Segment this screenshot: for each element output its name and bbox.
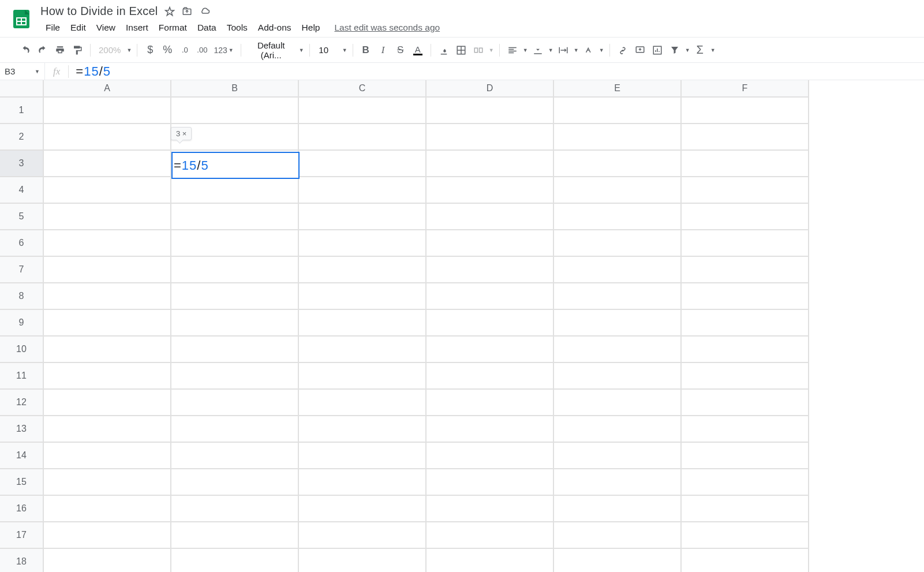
currency-button[interactable]: $	[142, 42, 158, 58]
cell[interactable]	[299, 549, 427, 572]
cell[interactable]	[299, 496, 427, 522]
menu-file[interactable]: File	[40, 20, 65, 35]
cell[interactable]	[682, 151, 809, 177]
row-header[interactable]: 7	[0, 257, 44, 283]
cell[interactable]	[682, 469, 809, 496]
active-cell[interactable]: =15/5	[171, 152, 300, 179]
cell[interactable]	[427, 310, 554, 337]
row-header[interactable]: 17	[0, 522, 44, 549]
cell[interactable]	[554, 469, 682, 496]
cell[interactable]	[427, 283, 554, 310]
cell[interactable]	[682, 337, 809, 363]
cell[interactable]	[427, 363, 554, 390]
row-header[interactable]: 4	[0, 177, 44, 204]
cell[interactable]	[299, 469, 427, 496]
cell[interactable]	[44, 310, 171, 337]
cell[interactable]	[171, 496, 299, 522]
menu-view[interactable]: View	[91, 20, 121, 35]
cell[interactable]	[682, 363, 809, 390]
cell[interactable]	[171, 443, 299, 469]
cell[interactable]	[682, 416, 809, 443]
cell[interactable]	[171, 469, 299, 496]
row-header[interactable]: 6	[0, 230, 44, 257]
strikethrough-button[interactable]: S	[392, 42, 409, 58]
cell[interactable]	[299, 390, 427, 416]
menu-format[interactable]: Format	[154, 20, 192, 35]
row-header[interactable]: 3	[0, 151, 44, 177]
vertical-align-icon[interactable]	[530, 42, 546, 58]
cell[interactable]	[299, 151, 427, 177]
cell[interactable]	[427, 204, 554, 230]
cell[interactable]	[171, 257, 299, 283]
cell[interactable]	[44, 230, 171, 257]
cell[interactable]	[427, 257, 554, 283]
row-header[interactable]: 5	[0, 204, 44, 230]
cell[interactable]	[682, 549, 809, 572]
more-formats-button[interactable]: 123▼	[211, 42, 235, 58]
cell[interactable]	[44, 204, 171, 230]
cell[interactable]	[44, 177, 171, 204]
cell[interactable]	[299, 177, 427, 204]
font-select[interactable]: Default (Ari...	[246, 40, 297, 60]
cell[interactable]	[44, 522, 171, 549]
cell[interactable]	[44, 257, 171, 283]
cell[interactable]	[682, 98, 809, 124]
italic-button[interactable]: I	[375, 42, 391, 58]
cell[interactable]	[44, 98, 171, 124]
row-header[interactable]: 9	[0, 310, 44, 337]
cell[interactable]	[171, 204, 299, 230]
cell[interactable]	[299, 124, 427, 151]
text-wrap-icon[interactable]	[555, 42, 571, 58]
percent-button[interactable]: %	[159, 42, 175, 58]
cell[interactable]	[427, 390, 554, 416]
functions-dropdown-icon[interactable]: ▼	[710, 47, 716, 53]
cell[interactable]	[299, 98, 427, 124]
bold-button[interactable]: B	[358, 42, 374, 58]
cell[interactable]	[171, 310, 299, 337]
cell[interactable]	[44, 283, 171, 310]
filter-icon[interactable]	[667, 42, 683, 58]
cell[interactable]	[299, 257, 427, 283]
cell[interactable]	[44, 469, 171, 496]
cell[interactable]	[44, 124, 171, 151]
cell[interactable]	[299, 310, 427, 337]
cell[interactable]	[682, 230, 809, 257]
merge-cells-icon[interactable]	[470, 42, 487, 58]
cell[interactable]	[554, 496, 682, 522]
cell[interactable]	[427, 177, 554, 204]
cell[interactable]	[44, 443, 171, 469]
namebox-dropdown-icon[interactable]: ▼	[35, 69, 40, 74]
filter-dropdown-icon[interactable]: ▼	[685, 47, 691, 53]
cell[interactable]	[427, 124, 554, 151]
row-header[interactable]: 1	[0, 98, 44, 124]
cell[interactable]	[299, 443, 427, 469]
cell[interactable]	[44, 151, 171, 177]
zoom-dropdown-icon[interactable]: ▼	[126, 47, 132, 53]
cell[interactable]	[44, 363, 171, 390]
cell[interactable]	[427, 151, 554, 177]
cell[interactable]	[554, 230, 682, 257]
cell[interactable]	[427, 549, 554, 572]
column-header[interactable]: B	[171, 80, 299, 98]
column-header[interactable]: C	[299, 80, 427, 98]
cell[interactable]	[682, 443, 809, 469]
cell[interactable]	[427, 443, 554, 469]
cell[interactable]	[171, 549, 299, 572]
cell[interactable]	[171, 98, 299, 124]
row-header[interactable]: 8	[0, 283, 44, 310]
cell[interactable]	[44, 416, 171, 443]
cell[interactable]	[44, 390, 171, 416]
column-header[interactable]: A	[44, 80, 171, 98]
last-edit-link[interactable]: Last edit was seconds ago	[334, 23, 440, 33]
column-header[interactable]: E	[554, 80, 682, 98]
cell[interactable]	[44, 496, 171, 522]
undo-icon[interactable]	[17, 42, 33, 58]
cell[interactable]	[554, 283, 682, 310]
cell[interactable]	[299, 204, 427, 230]
move-icon[interactable]	[182, 6, 192, 17]
cell[interactable]	[554, 337, 682, 363]
wrap-dropdown-icon[interactable]: ▼	[574, 47, 579, 53]
h-align-dropdown-icon[interactable]: ▼	[523, 47, 529, 53]
cell[interactable]	[682, 204, 809, 230]
column-header[interactable]: F	[682, 80, 809, 98]
